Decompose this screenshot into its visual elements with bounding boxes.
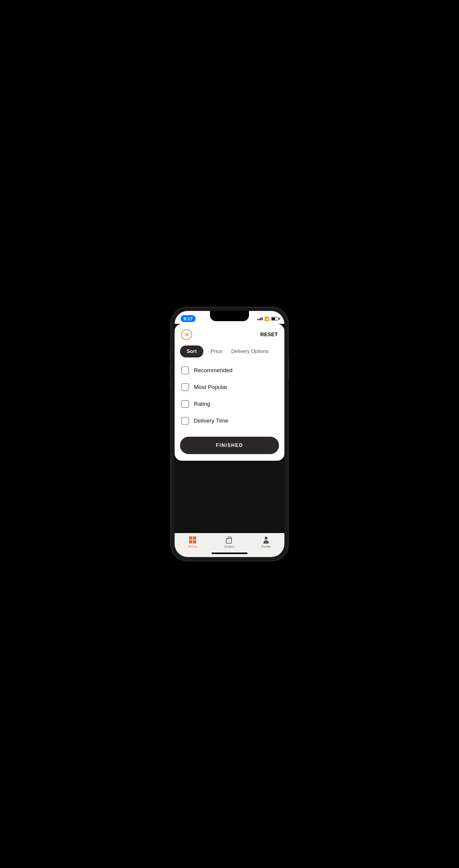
wifi-icon: 📶 bbox=[264, 316, 269, 321]
nav-item-orders[interactable]: Orders bbox=[224, 536, 234, 548]
orders-bag-icon bbox=[226, 538, 232, 544]
checkbox-recommended[interactable] bbox=[181, 367, 189, 374]
filter-modal-sheet: ✕ RESET Sort Price Delivery Options Reco… bbox=[174, 324, 285, 461]
nav-label-home: Home bbox=[188, 545, 197, 548]
bottom-nav-bar: Home Orders Profile bbox=[174, 533, 285, 551]
checkbox-delivery-time[interactable] bbox=[181, 417, 189, 425]
sort-option-label-rating: Rating bbox=[194, 401, 210, 407]
nav-item-profile[interactable]: Profile bbox=[261, 537, 271, 548]
phone-screen: 9:17 📶 ✕ RESET bbox=[174, 311, 285, 557]
filter-tab-bar: Sort Price Delivery Options bbox=[174, 344, 285, 361]
reset-button[interactable]: RESET bbox=[260, 332, 278, 338]
nav-item-home[interactable]: Home bbox=[188, 536, 197, 548]
tab-price[interactable]: Price bbox=[209, 345, 224, 358]
home-icon bbox=[189, 536, 196, 544]
finished-button[interactable]: FINISHED bbox=[180, 437, 279, 454]
notch bbox=[210, 311, 249, 321]
checkbox-most-popular[interactable] bbox=[181, 383, 189, 391]
tab-sort[interactable]: Sort bbox=[180, 345, 203, 358]
profile-body-icon bbox=[263, 540, 269, 544]
nav-label-profile: Profile bbox=[261, 545, 271, 548]
sheet-header: ✕ RESET bbox=[174, 324, 285, 344]
sort-option-most-popular[interactable]: Most Popular bbox=[181, 380, 278, 395]
checkbox-rating[interactable] bbox=[181, 400, 189, 408]
nav-label-orders: Orders bbox=[224, 545, 234, 548]
status-bar: 9:17 📶 bbox=[174, 311, 285, 324]
orders-icon bbox=[226, 536, 232, 544]
battery-icon bbox=[271, 317, 278, 320]
signal-icon bbox=[257, 317, 262, 320]
time-display: 9:17 bbox=[181, 315, 196, 322]
home-indicator-bar bbox=[211, 553, 248, 554]
close-button[interactable]: ✕ bbox=[181, 329, 192, 340]
sort-option-label-recommended: Recommended bbox=[194, 367, 232, 374]
sort-option-label-delivery-time: Delivery Time bbox=[194, 417, 228, 424]
profile-head-icon bbox=[265, 537, 268, 540]
sort-option-rating[interactable]: Rating bbox=[181, 397, 278, 411]
sort-option-recommended[interactable]: Recommended bbox=[181, 363, 278, 378]
home-indicator bbox=[174, 551, 285, 557]
sort-options-list: Recommended Most Popular Rating Delivery… bbox=[174, 361, 285, 434]
dark-overlay bbox=[174, 461, 285, 533]
tab-delivery-options[interactable]: Delivery Options bbox=[230, 345, 271, 358]
profile-icon bbox=[263, 537, 269, 544]
phone-frame: 9:17 📶 ✕ RESET bbox=[171, 307, 288, 561]
sort-option-label-most-popular: Most Popular bbox=[194, 384, 227, 391]
sort-option-delivery-time[interactable]: Delivery Time bbox=[181, 413, 278, 428]
status-icons: 📶 bbox=[257, 316, 278, 321]
